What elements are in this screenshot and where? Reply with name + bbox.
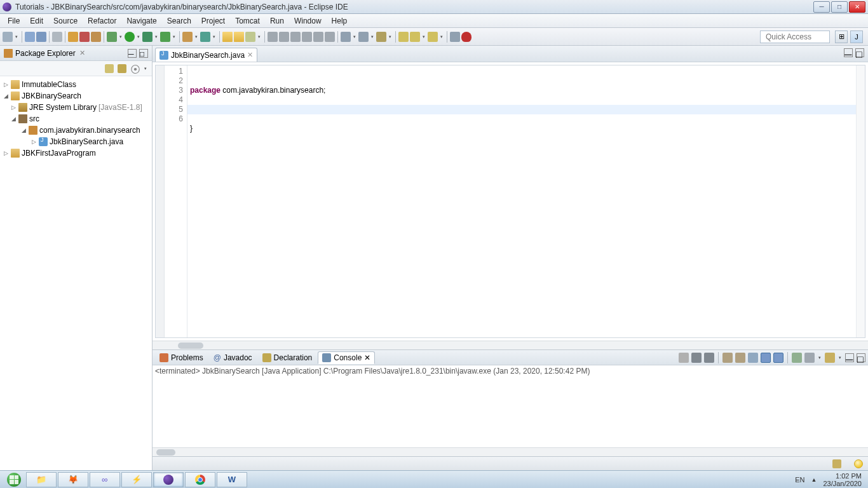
last-edit-icon[interactable] bbox=[376, 32, 386, 42]
minimize-console-icon[interactable]: ─ bbox=[845, 353, 854, 362]
code-area[interactable]: package com.javabykiran.binarysearch; pu… bbox=[187, 65, 856, 337]
clear-console-icon[interactable] bbox=[722, 353, 733, 363]
display-selected-icon[interactable] bbox=[792, 353, 802, 363]
new-package-dropdown[interactable]: ▾ bbox=[194, 32, 199, 42]
minimize-view-icon[interactable]: ─ bbox=[128, 49, 137, 58]
open-perspective-button[interactable]: ⊞ bbox=[835, 30, 848, 43]
back-icon[interactable] bbox=[398, 32, 409, 42]
open-console-icon[interactable] bbox=[804, 353, 815, 363]
menu-tomcat[interactable]: Tomcat bbox=[230, 15, 265, 27]
tree-package[interactable]: ◢ com.javabykiran.binarysearch bbox=[0, 125, 152, 136]
redhat-icon[interactable] bbox=[461, 32, 471, 42]
print-icon[interactable] bbox=[52, 32, 62, 42]
maximize-console-icon[interactable]: □ bbox=[857, 353, 865, 362]
tree-project-jbkfirstjavaprogram[interactable]: ▷ JBKFirstJavaProgram bbox=[0, 147, 152, 159]
new-class-icon[interactable] bbox=[200, 32, 210, 42]
tab-problems[interactable]: Problems bbox=[155, 351, 208, 364]
new-class-dropdown[interactable]: ▾ bbox=[212, 32, 217, 42]
editor-tab-jbkbinarysearch[interactable]: JbkBinarySearch.java ✕ bbox=[155, 48, 257, 62]
taskbar-word[interactable]: W bbox=[217, 472, 247, 487]
collapse-arrow-icon[interactable]: ◢ bbox=[20, 127, 27, 133]
collapse-arrow-icon[interactable]: ◢ bbox=[3, 93, 9, 99]
run-dropdown[interactable]: ▾ bbox=[136, 32, 141, 42]
coverage-icon[interactable] bbox=[142, 32, 153, 42]
build-status-icon[interactable] bbox=[832, 459, 841, 468]
maximize-editor-icon[interactable]: □ bbox=[855, 48, 864, 57]
tree-java-file[interactable]: ▷ JbkBinarySearch.java bbox=[0, 136, 152, 147]
java-perspective-button[interactable]: J bbox=[850, 30, 863, 43]
next-annotation-icon[interactable] bbox=[341, 32, 351, 42]
save-icon[interactable] bbox=[25, 32, 35, 42]
menu-window[interactable]: Window bbox=[289, 15, 327, 27]
forward-dropdown[interactable]: ▾ bbox=[439, 32, 444, 42]
console-body[interactable]: <terminated> JbkBinarySearch [Java Appli… bbox=[153, 365, 868, 447]
minimize-button[interactable]: ─ bbox=[813, 1, 830, 13]
new-console-dropdown[interactable]: ▾ bbox=[837, 353, 843, 363]
console-scrollbar-horizontal[interactable] bbox=[153, 447, 868, 456]
word-wrap-icon[interactable] bbox=[748, 353, 758, 363]
system-tray[interactable]: EN ▲ 1:02 PM 23/Jan/2020 bbox=[795, 472, 865, 487]
block-select-icon[interactable] bbox=[302, 32, 312, 42]
new-console-icon[interactable] bbox=[825, 353, 835, 363]
scroll-lock-icon[interactable] bbox=[735, 353, 745, 363]
new-dropdown[interactable]: ▾ bbox=[14, 32, 19, 42]
editor-scrollbar-horizontal[interactable] bbox=[153, 341, 868, 349]
link-editor-icon[interactable] bbox=[118, 64, 126, 73]
close-button[interactable]: ✕ bbox=[849, 1, 865, 13]
run-last-dropdown[interactable]: ▾ bbox=[172, 32, 177, 42]
taskbar-app-generic[interactable]: ∞ bbox=[90, 472, 120, 487]
search-icon[interactable] bbox=[245, 32, 255, 42]
expand-arrow-icon[interactable]: ▷ bbox=[10, 104, 17, 111]
last-edit-dropdown[interactable]: ▾ bbox=[388, 32, 393, 42]
menu-project[interactable]: Project bbox=[196, 15, 230, 27]
tree-project-jbkbinarysearch[interactable]: ◢ JBKBinarySearch bbox=[0, 90, 152, 102]
tab-declaration[interactable]: Declaration bbox=[258, 351, 317, 364]
expand-arrow-icon[interactable]: ▷ bbox=[3, 81, 9, 88]
code-editor[interactable]: 1 2 3 4 5 6 package com.javabykiran.bina… bbox=[155, 65, 865, 338]
tray-language[interactable]: EN bbox=[795, 476, 804, 484]
taskbar-chrome[interactable] bbox=[185, 472, 215, 487]
run-icon[interactable] bbox=[125, 32, 135, 42]
tree-jre-library[interactable]: ▷ JRE System Library [JavaSE-1.8] bbox=[0, 102, 152, 113]
open-type-icon[interactable] bbox=[222, 32, 233, 42]
toggle-breadcrumb-icon[interactable] bbox=[290, 32, 301, 42]
show-whitespace-icon[interactable] bbox=[313, 32, 323, 42]
pin-console-icon[interactable] bbox=[761, 353, 771, 363]
menu-search[interactable]: Search bbox=[162, 15, 196, 27]
pin-editor-icon[interactable] bbox=[450, 32, 460, 42]
tomcat-stop-icon[interactable] bbox=[79, 32, 90, 42]
taskbar-explorer[interactable]: 📁 bbox=[26, 472, 57, 487]
tomcat-restart-icon[interactable] bbox=[91, 32, 101, 42]
taskbar-firefox[interactable]: 🦊 bbox=[58, 472, 88, 487]
show-console-icon[interactable] bbox=[773, 353, 783, 363]
forward-icon[interactable] bbox=[428, 32, 438, 42]
open-console-dropdown[interactable]: ▾ bbox=[817, 353, 822, 363]
menu-file[interactable]: File bbox=[3, 15, 25, 27]
menu-help[interactable]: Help bbox=[327, 15, 353, 27]
run-last-icon[interactable] bbox=[160, 32, 170, 42]
back-history-dropdown[interactable]: ▾ bbox=[421, 32, 426, 42]
menu-navigate[interactable]: Navigate bbox=[121, 15, 161, 27]
tab-javadoc[interactable]: @ Javadoc bbox=[209, 351, 257, 364]
expand-arrow-icon[interactable]: ▷ bbox=[3, 150, 9, 156]
save-all-icon[interactable] bbox=[36, 32, 46, 42]
menu-edit[interactable]: Edit bbox=[25, 15, 48, 27]
new-icon[interactable] bbox=[3, 32, 13, 42]
minimize-editor-icon[interactable]: ─ bbox=[844, 48, 853, 57]
overview-ruler[interactable] bbox=[856, 65, 865, 337]
coverage-dropdown[interactable]: ▾ bbox=[154, 32, 159, 42]
prev-annotation-dropdown[interactable]: ▾ bbox=[370, 32, 375, 42]
terminate-icon[interactable] bbox=[679, 353, 689, 363]
wand-icon[interactable] bbox=[279, 32, 289, 42]
prev-annotation-icon[interactable] bbox=[358, 32, 369, 42]
debug-dropdown[interactable]: ▾ bbox=[118, 32, 123, 42]
menu-refactor[interactable]: Refactor bbox=[83, 15, 121, 27]
menu-source[interactable]: Source bbox=[48, 15, 83, 27]
package-explorer-close-icon[interactable]: ✕ bbox=[79, 49, 85, 57]
toggle-mark-icon[interactable] bbox=[268, 32, 278, 42]
maximize-view-icon[interactable]: □ bbox=[139, 49, 148, 58]
tab-console[interactable]: Console ✕ bbox=[318, 351, 375, 364]
tray-expand-icon[interactable]: ▲ bbox=[811, 477, 817, 483]
console-tab-close-icon[interactable]: ✕ bbox=[364, 353, 370, 362]
start-button[interactable] bbox=[3, 472, 25, 487]
